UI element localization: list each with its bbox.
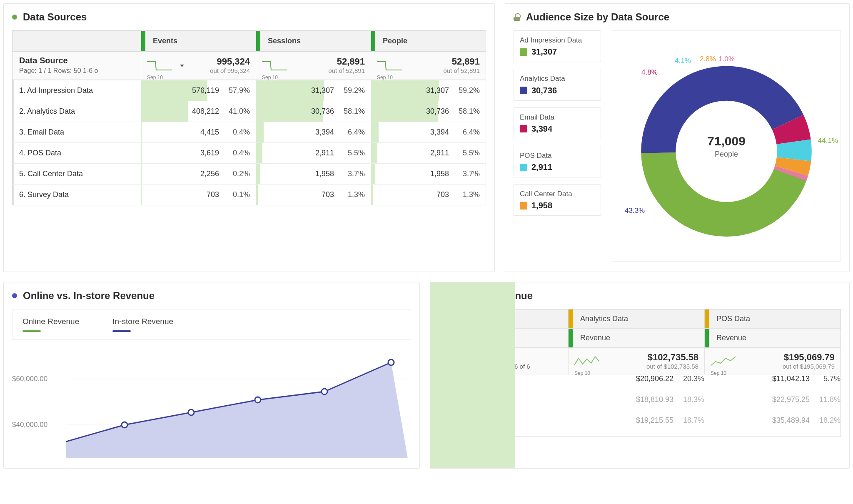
svg-point-4 [255, 397, 261, 403]
metric-cell: 7030.1% [141, 185, 256, 205]
metric-cell: $19,215.5518.7% [568, 416, 704, 437]
slice-label: 4.1% [675, 57, 691, 65]
table-row[interactable]: 6. Survey Data7030.1%7031.3%7031.3% [12, 184, 486, 205]
table-corner [12, 31, 141, 51]
metric-cell: 3,3946.4% [256, 122, 371, 142]
row-label: 3. Email Data [12, 122, 141, 142]
col-analytics-data[interactable]: Analytics Data [568, 309, 704, 328]
data-sources-table: Events Sessions People Data Source Page:… [12, 30, 486, 205]
svg-point-5 [322, 389, 327, 394]
status-dot-icon [12, 15, 17, 20]
status-dot-icon [12, 293, 17, 298]
table-row[interactable]: 3. Sep 12, 2019$19,215.5518.7%$35,489.94… [439, 416, 841, 437]
summary-sessions: Sep 10 52,891 out of 52,891 [256, 52, 371, 80]
legend-item[interactable]: Call Center Data1,958 [514, 184, 601, 216]
panel-title: Data Sources [23, 11, 87, 23]
panel-data-sources: Data Sources Events Sessions People Data… [3, 3, 495, 272]
metric-cell: 7031.3% [256, 185, 371, 205]
col-pos-data[interactable]: POS Data [704, 309, 841, 328]
slice-label: 1.0% [718, 55, 735, 63]
table-row[interactable]: 4. POS Data3,6190.4%2,9115.5%2,9115.5% [12, 142, 486, 163]
row-label: 2. Analytics Data [12, 101, 141, 122]
summary-events: Sep 10 995,324 out of 995,324 [141, 52, 256, 80]
legend-swatch [112, 330, 131, 332]
row-label: 5. Call Center Data [12, 164, 141, 184]
panel-audience-size: Audience Size by Data Source Ad Impressi… [505, 3, 850, 272]
metric-cell: 30,73658.1% [256, 101, 371, 122]
panel-online-vs-instore: Online vs. In-store Revenue Online Reven… [3, 282, 420, 469]
slice-label: 43.3% [625, 207, 645, 215]
row-label: 6. Survey Data [12, 185, 141, 205]
metric-cell: 1,9583.7% [371, 164, 486, 184]
legend-swatch [520, 87, 527, 94]
metric-cell: $11,042.135.7% [704, 374, 841, 395]
metric-cell: 2,2560.2% [141, 164, 256, 184]
metric-cell: 2,9115.5% [371, 143, 486, 163]
sparkline-icon: Sep 10 [377, 57, 402, 73]
table-row[interactable]: 3. Email Data4,4150.4%3,3946.4%3,3946.4% [12, 122, 486, 142]
donut-legend: Ad Impression Data31,307Analytics Data30… [514, 30, 601, 262]
line-chart[interactable]: $60,000.00 $40,000.00 [12, 350, 411, 458]
row-label: 1. Ad Impression Data [12, 80, 141, 101]
dimension-header[interactable]: Data Source Page: 1 / 1 Rows: 50 1-6 o [12, 52, 141, 80]
lock-icon [514, 13, 520, 21]
legend-swatch [520, 164, 527, 171]
metric-cell: 408,21241.0% [141, 101, 256, 122]
metric-cell: $22,975.2511.8% [704, 395, 841, 416]
panel-title: Online vs. In-store Revenue [23, 290, 155, 302]
metric-cell: $35,489.9418.2% [704, 416, 841, 437]
legend-item-instore[interactable]: In-store Revenue [112, 317, 173, 332]
metric-cell: 3,6190.4% [141, 143, 256, 163]
metric-cell: 31,30759.2% [371, 80, 486, 101]
line-chart-legend: Online Revenue In-store Revenue [12, 309, 411, 340]
legend-item[interactable]: Analytics Data30,736 [514, 69, 601, 100]
slice-label: 4.8% [641, 68, 658, 77]
summary-people: Sep 10 52,891 out of 52,891 [371, 52, 486, 80]
donut-center: 71,009 People [707, 134, 746, 158]
metric-cell: 7031.3% [371, 185, 486, 205]
donut-chart[interactable]: 71,009 People 44.1% 43.3% 4.8% 4.1% 2.8%… [612, 30, 841, 262]
panel-trended-revenue: Trended Revenue Analytics Data POS Data … [430, 282, 850, 469]
col-events[interactable]: Events [141, 31, 256, 51]
col-sessions[interactable]: Sessions [256, 31, 371, 51]
legend-swatch [520, 48, 527, 56]
legend-item[interactable]: Ad Impression Data31,307 [514, 30, 601, 62]
metric-cell: 31,30759.2% [256, 80, 371, 101]
legend-item[interactable]: POS Data2,911 [514, 146, 601, 177]
legend-swatch [520, 125, 527, 132]
legend-swatch [22, 330, 41, 332]
sort-desc-icon[interactable] [179, 62, 185, 69]
row-label: 4. POS Data [12, 143, 141, 163]
metric-cell: $20,906.2220.3% [568, 374, 704, 395]
slice-label: 2.8% [700, 55, 716, 63]
metric-cell: 2,9115.5% [256, 143, 371, 163]
table-row[interactable]: 2. Analytics Data408,21241.0%30,73658.1%… [12, 101, 486, 122]
svg-point-6 [388, 359, 394, 365]
sparkline-icon: Sep 10 [711, 353, 736, 369]
metric-cell: 3,3946.4% [371, 122, 486, 142]
subcol-revenue[interactable]: Revenue [704, 329, 841, 347]
sparkline-icon: Sep 10 [147, 57, 172, 73]
metric-cell: 1,9583.7% [256, 164, 371, 184]
col-people[interactable]: People [371, 31, 486, 51]
legend-item[interactable]: Email Data3,394 [514, 107, 601, 139]
metric-cell: $18,810.9318.3% [568, 395, 704, 416]
legend-item-online[interactable]: Online Revenue [22, 317, 79, 332]
metric-cell: 576,11957.9% [141, 80, 256, 101]
trended-table: Analytics Data POS Data Revenue Revenue … [439, 309, 841, 437]
y-tick: $60,000.00 [12, 375, 47, 383]
slice-label: 44.1% [818, 137, 838, 145]
metric-cell: 4,4150.4% [141, 122, 256, 142]
summary-analytics: Sep 10 $102,735.58 out of $102,735.58 [568, 348, 704, 374]
svg-point-3 [188, 409, 194, 415]
summary-pos: Sep 10 $195,069.79 out of $195,069.79 [704, 348, 841, 374]
y-tick: $40,000.00 [12, 421, 47, 429]
panel-title: Audience Size by Data Source [526, 11, 669, 23]
legend-swatch [520, 202, 527, 210]
svg-point-2 [122, 422, 127, 428]
metric-cell: 30,73658.1% [371, 101, 486, 122]
table-row[interactable]: 5. Call Center Data2,2560.2%1,9583.7%1,9… [12, 163, 486, 184]
subcol-revenue[interactable]: Revenue [568, 329, 704, 347]
sparkline-icon: Sep 10 [262, 57, 287, 73]
table-row[interactable]: 1. Ad Impression Data576,11957.9%31,3075… [12, 80, 486, 101]
